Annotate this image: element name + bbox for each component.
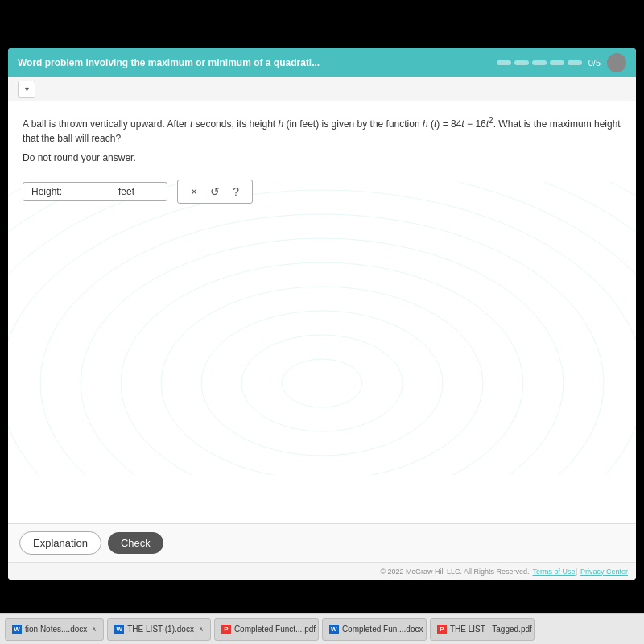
svg-point-6 xyxy=(40,214,604,475)
avatar xyxy=(607,53,626,72)
explanation-button[interactable]: Explanation xyxy=(19,531,101,555)
svg-point-11 xyxy=(8,182,636,475)
copyright-bar: © 2022 McGraw Hill LLC. All Rights Reser… xyxy=(8,562,636,580)
progress-dot-1 xyxy=(497,60,511,65)
taskbar-label-1: tion Notes....docx xyxy=(25,625,87,634)
svg-point-1 xyxy=(242,335,402,431)
word-icon-1: W xyxy=(12,625,22,634)
input-row: Height: feet × ↺ ? xyxy=(23,180,621,204)
bottom-bar: Explanation Check xyxy=(8,523,636,562)
taskbar-label-2: THE LIST (1).docx xyxy=(127,625,194,634)
word-icon-4: W xyxy=(329,625,339,634)
taskbar-label-5: THE LIST - Tagged.pdf xyxy=(450,625,532,634)
progress-dot-2 xyxy=(514,60,529,65)
svg-point-5 xyxy=(80,238,564,475)
progress-counter: 0/5 xyxy=(588,58,601,68)
taskbar-label-4: Completed Fun....docx xyxy=(342,625,423,634)
main-screen: Word problem involving the maximum or mi… xyxy=(8,48,636,580)
chevron-down-button[interactable]: ▾ xyxy=(18,80,35,98)
problem-text: A ball is thrown vertically upward. Afte… xyxy=(23,114,621,146)
copyright-text: © 2022 McGraw Hill LLC. All Rights Reser… xyxy=(380,568,529,576)
chevron-bar: ▾ xyxy=(8,77,636,101)
swirl-decoration: .swirl { fill: none; stroke: #4abfbf; st… xyxy=(8,182,636,475)
pdf-icon-3: P xyxy=(221,625,231,634)
pdf-icon-5: P xyxy=(437,625,447,634)
svg-point-10 xyxy=(8,182,636,475)
action-buttons-box: × ↺ ? xyxy=(177,180,253,204)
word-icon-2: W xyxy=(114,625,124,634)
taskbar-label-3: Completed Funct....pdf xyxy=(234,625,316,634)
privacy-center-link[interactable]: Privacy Center xyxy=(580,568,628,576)
taskbar-item-2[interactable]: W THE LIST (1).docx ∧ xyxy=(107,618,211,641)
svg-point-8 xyxy=(8,182,636,475)
svg-point-2 xyxy=(201,311,443,456)
taskbar-chevron-2: ∧ xyxy=(199,625,204,633)
taskbar-item-4[interactable]: W Completed Fun....docx ∧ xyxy=(322,618,427,641)
top-bar-title: Word problem involving the maximum or mi… xyxy=(18,57,320,68)
clear-icon: × xyxy=(191,185,197,198)
content-area: .swirl { fill: none; stroke: #4abfbf; st… xyxy=(8,101,636,523)
svg-point-4 xyxy=(121,262,523,475)
chevron-down-icon: ▾ xyxy=(25,85,29,93)
progress-dot-4 xyxy=(550,60,564,65)
taskbar: W tion Notes....docx ∧ W THE LIST (1).do… xyxy=(0,613,644,644)
svg-point-3 xyxy=(161,287,483,475)
svg-point-7 xyxy=(8,190,636,475)
height-input[interactable] xyxy=(67,186,115,197)
height-label: Height: xyxy=(31,186,62,197)
help-button[interactable]: ? xyxy=(228,184,244,200)
top-bar-right: 0/5 xyxy=(497,53,626,72)
taskbar-chevron-1: ∧ xyxy=(92,625,97,633)
height-input-container: Height: feet xyxy=(23,182,167,201)
svg-point-0 xyxy=(282,359,362,407)
taskbar-item-5[interactable]: P THE LIST - Tagged.pdf ∧ xyxy=(430,618,535,641)
progress-dots xyxy=(497,60,582,65)
undo-icon: ↺ xyxy=(210,185,220,198)
terms-of-use-link[interactable]: Terms of Use xyxy=(533,568,576,576)
svg-point-9 xyxy=(8,182,636,475)
progress-dot-5 xyxy=(568,60,582,65)
undo-button[interactable]: ↺ xyxy=(205,184,225,200)
pipe-separator: | xyxy=(576,568,577,576)
no-round-instruction: Do not round your answer. xyxy=(23,152,621,163)
taskbar-item-1[interactable]: W tion Notes....docx ∧ xyxy=(5,618,104,641)
question-mark-icon: ? xyxy=(233,185,239,198)
top-bar: Word problem involving the maximum or mi… xyxy=(8,48,636,77)
progress-dot-3 xyxy=(532,60,547,65)
taskbar-item-3[interactable]: P Completed Funct....pdf ∧ xyxy=(214,618,319,641)
feet-label: feet xyxy=(118,186,134,197)
clear-button[interactable]: × xyxy=(186,184,202,200)
check-button[interactable]: Check xyxy=(108,532,163,554)
